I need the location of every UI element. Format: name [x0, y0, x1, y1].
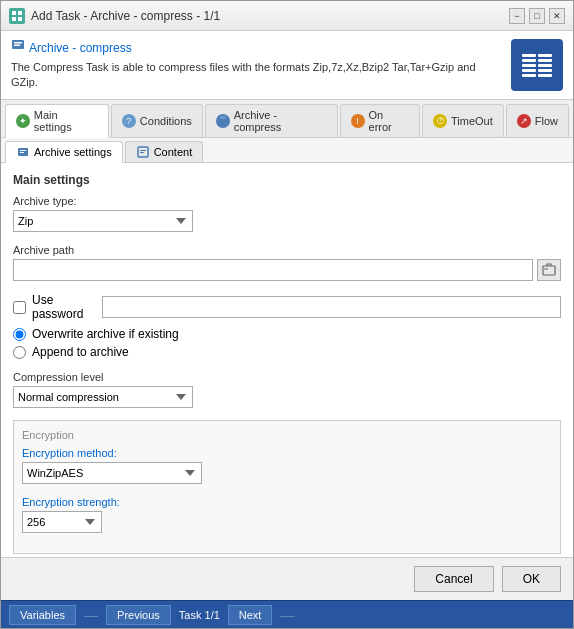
use-password-row: Use password	[13, 293, 561, 321]
previous-button[interactable]: Previous	[106, 605, 171, 625]
tab-main-settings[interactable]: ✦ Main settings	[5, 104, 109, 138]
conditions-icon: ?	[122, 114, 136, 128]
overwrite-label: Overwrite archive if existing	[32, 327, 179, 341]
ok-button[interactable]: OK	[502, 566, 561, 592]
logo-inner	[522, 51, 552, 79]
encryption-method-label: Encryption method:	[22, 447, 552, 459]
compression-level-group: Compression level No compression Fastest…	[13, 371, 561, 408]
tab-timeout[interactable]: ⏱ TimeOut	[422, 104, 504, 137]
logo-line	[522, 64, 536, 67]
svg-rect-6	[14, 45, 20, 47]
encryption-section: Encryption Encryption method: WinZipAES …	[13, 420, 561, 554]
archive-type-group: Archive type: Zip 7z Xz Bzip2 Tar Tar+Gz…	[13, 195, 561, 232]
logo-lines-right	[538, 51, 552, 79]
content-icon	[136, 145, 150, 159]
window-icon	[9, 8, 25, 24]
svg-rect-16	[543, 268, 548, 270]
svg-rect-15	[543, 266, 555, 275]
svg-rect-14	[140, 152, 144, 153]
archive-icon	[216, 114, 230, 128]
tab-archive-compress-label: Archive - compress	[234, 109, 327, 133]
archive-path-label: Archive path	[13, 244, 561, 256]
use-password-checkbox[interactable]	[13, 301, 26, 314]
svg-rect-1	[18, 11, 22, 15]
logo-line	[538, 54, 552, 57]
sub-tabs: Archive settings Content	[1, 138, 573, 163]
encryption-strength-select[interactable]: 128 256	[22, 511, 102, 533]
overwrite-radio[interactable]	[13, 328, 26, 341]
svg-rect-13	[140, 150, 146, 151]
compression-level-select[interactable]: No compression Fastest compression Fast …	[13, 386, 193, 408]
window-title: Add Task - Archive - compress - 1/1	[31, 9, 220, 23]
cancel-button[interactable]: Cancel	[414, 566, 493, 592]
header-link[interactable]: Archive - compress	[11, 39, 501, 56]
maximize-button[interactable]: □	[529, 8, 545, 24]
archive-path-input[interactable]	[13, 259, 533, 281]
tab-flow[interactable]: ↗ Flow	[506, 104, 569, 137]
main-settings-icon: ✦	[16, 114, 30, 128]
sub-tab-archive-settings[interactable]: Archive settings	[5, 141, 123, 163]
password-input[interactable]	[102, 296, 561, 318]
archive-settings-icon	[16, 145, 30, 159]
minimize-button[interactable]: −	[509, 8, 525, 24]
tab-conditions-label: Conditions	[140, 115, 192, 127]
logo-line	[538, 64, 552, 67]
logo-line	[522, 74, 536, 77]
encryption-method-group: Encryption method: WinZipAES ZipCrypto	[22, 447, 552, 484]
tab-flow-label: Flow	[535, 115, 558, 127]
encryption-method-select[interactable]: WinZipAES ZipCrypto	[22, 462, 202, 484]
sub-tab-content-label: Content	[154, 146, 193, 158]
divider-left: —	[84, 607, 98, 623]
overwrite-row: Overwrite archive if existing	[13, 327, 561, 341]
logo-lines-left	[522, 51, 536, 79]
main-tabs: ✦ Main settings ? Conditions Archive - c…	[1, 100, 573, 138]
main-settings-section-title: Main settings	[13, 173, 561, 187]
archive-mode-group: Overwrite archive if existing Append to …	[13, 327, 561, 359]
header-description: The Compress Task is able to compress fi…	[11, 60, 501, 91]
next-button[interactable]: Next	[228, 605, 273, 625]
content-area: Main settings Archive type: Zip 7z Xz Bz…	[1, 163, 573, 557]
tab-on-error[interactable]: ! On error	[340, 104, 420, 137]
append-radio[interactable]	[13, 346, 26, 359]
svg-rect-10	[20, 150, 26, 151]
logo-line	[538, 74, 552, 77]
logo-line	[522, 69, 536, 72]
svg-rect-11	[20, 152, 24, 153]
encryption-strength-group: Encryption strength: 128 256	[22, 496, 552, 533]
flow-icon: ↗	[517, 114, 531, 128]
task-info: Task 1/1	[179, 609, 220, 621]
tab-conditions[interactable]: ? Conditions	[111, 104, 203, 137]
encryption-title: Encryption	[22, 429, 552, 441]
logo-line	[538, 59, 552, 62]
archive-type-label: Archive type:	[13, 195, 561, 207]
append-row: Append to archive	[13, 345, 561, 359]
tab-on-error-label: On error	[369, 109, 409, 133]
svg-rect-3	[18, 17, 22, 21]
logo-line	[522, 54, 536, 57]
footer-buttons: Cancel OK	[1, 557, 573, 600]
logo-line	[538, 69, 552, 72]
main-window: Add Task - Archive - compress - 1/1 − □ …	[0, 0, 574, 629]
variables-button[interactable]: Variables	[9, 605, 76, 625]
archive-path-row	[13, 259, 561, 281]
sub-tab-archive-settings-label: Archive settings	[34, 146, 112, 158]
archive-type-select[interactable]: Zip 7z Xz Bzip2 Tar Tar+Gzip GZip	[13, 210, 193, 232]
title-bar-left: Add Task - Archive - compress - 1/1	[9, 8, 220, 24]
tab-main-settings-label: Main settings	[34, 109, 98, 133]
header-link-text: Archive - compress	[29, 41, 132, 55]
encryption-strength-label: Encryption strength:	[22, 496, 552, 508]
sub-tab-content[interactable]: Content	[125, 141, 204, 162]
use-password-label: Use password	[32, 293, 96, 321]
header-link-icon	[11, 39, 25, 56]
browse-button[interactable]	[537, 259, 561, 281]
svg-rect-0	[12, 11, 16, 15]
divider-right: —	[280, 607, 294, 623]
archive-path-group: Archive path	[13, 244, 561, 281]
header-logo	[511, 39, 563, 91]
compression-level-label: Compression level	[13, 371, 561, 383]
svg-rect-2	[12, 17, 16, 21]
header-section: Archive - compress The Compress Task is …	[1, 31, 573, 100]
status-bar: Variables — Previous Task 1/1 Next —	[1, 600, 573, 628]
close-button[interactable]: ✕	[549, 8, 565, 24]
tab-archive-compress[interactable]: Archive - compress	[205, 104, 338, 137]
